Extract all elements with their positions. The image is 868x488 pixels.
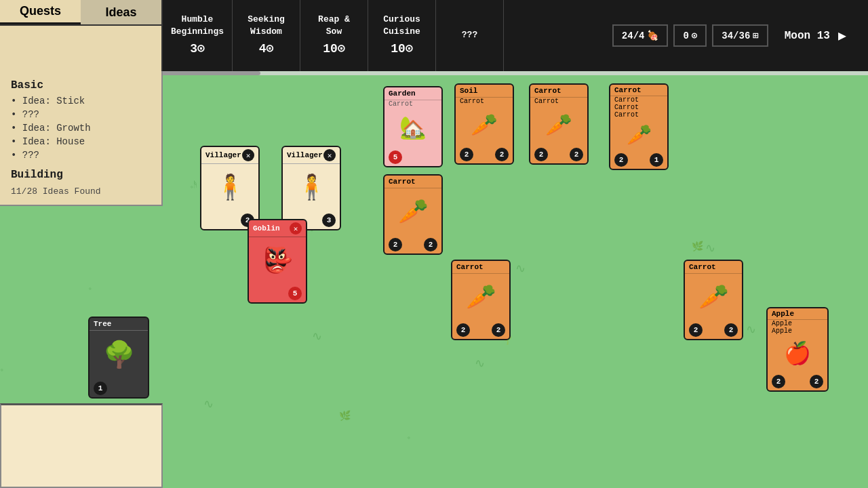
- grass-decoration: 𝆹: [88, 281, 92, 295]
- apple-footer: 2 2: [768, 373, 827, 390]
- carrot-soil-badge-right: 2: [570, 148, 583, 161]
- soil-badge-right: 2: [495, 148, 509, 161]
- carrot-field-badge-right: 2: [424, 238, 437, 251]
- sidebar: Basic • Idea: Stick • ??? • Idea: Growth…: [0, 71, 163, 206]
- carrot-soil-footer: 2 2: [530, 146, 587, 163]
- quest-card-reap[interactable]: Reap &Sow 10: [300, 0, 368, 71]
- grass-decoration: ∿: [312, 329, 322, 344]
- tree-icon: 🌳: [90, 331, 148, 380]
- apple-header-1: Apple: [768, 308, 827, 320]
- sidebar-item-unknown2: • ???: [11, 150, 151, 161]
- next-icon[interactable]: ▶: [838, 27, 846, 44]
- villager2-close: ✕: [323, 149, 336, 161]
- villager1-close: ✕: [242, 149, 254, 161]
- grass-decoration: ∿: [203, 396, 214, 411]
- tree-card[interactable]: Tree 🌳 1: [88, 317, 149, 399]
- garden-badge: 5: [389, 150, 402, 164]
- soil-icon: 🥕: [456, 105, 513, 146]
- goblin-icon: 👺: [249, 237, 306, 285]
- carrot-soil-sub: Carrot: [530, 98, 587, 105]
- carrot-stack-card[interactable]: Carrot Carrot Carrot Carrot 🥕 2 1: [609, 83, 669, 170]
- tree-footer: 1: [90, 380, 148, 397]
- hud-food: 24/4 🍖: [612, 24, 669, 47]
- apple-header-2: Apple: [768, 320, 827, 327]
- carrot-stack-label-4: Carrot: [610, 111, 667, 119]
- sidebar-item-unknown1: • ???: [11, 109, 151, 120]
- quest-card-unknown[interactable]: ???: [436, 0, 504, 71]
- hud-gold: 0 ⊙: [673, 24, 707, 47]
- apple-stack-icon: 🥕: [685, 274, 742, 321]
- carrot-soil-badge-left: 2: [534, 148, 548, 161]
- carrot-single-icon: 🥕: [452, 274, 509, 321]
- tree-header: Tree: [90, 318, 148, 331]
- goblin-card[interactable]: Goblin ✕ 👺 5: [248, 219, 307, 304]
- carrot-stack-icon: 🥕: [610, 119, 667, 151]
- apple-stack-badge-left: 2: [689, 323, 703, 337]
- carrot-stack-label-3: Carrot: [610, 104, 667, 111]
- tab-ideas[interactable]: Ideas: [81, 0, 161, 24]
- carrot-soil-icon: 🥕: [530, 105, 587, 146]
- carrot-field-badge-left: 2: [389, 238, 402, 251]
- quest-tabs: Quests Ideas: [0, 0, 161, 26]
- villager1-icon: 🧍: [201, 164, 258, 211]
- carrot-field-card[interactable]: Carrot 🥕 2 2: [383, 174, 443, 255]
- sidebar-item-house: • Idea: House: [11, 136, 151, 147]
- carrot-stack-badge-right: 1: [650, 153, 663, 167]
- soil-card[interactable]: Soil Carrot 🥕 2 2: [454, 83, 514, 165]
- apple-header-3: Apple: [768, 327, 827, 335]
- top-bar: Quests Ideas HumbleBeginnings 3 SeekingW…: [0, 0, 868, 71]
- villager1-card[interactable]: Villager ✕ 🧍 2: [200, 146, 260, 230]
- quest-card-humble[interactable]: HumbleBeginnings 3: [163, 0, 233, 71]
- grass-decoration: 𝆹: [407, 430, 411, 444]
- bush-decoration: 🌿: [692, 241, 703, 252]
- soil-footer: 2 2: [456, 146, 513, 163]
- apple-stack-header: Carrot: [685, 261, 742, 274]
- carrot-stack-label-1: Carrot: [610, 85, 667, 96]
- grass-decoration: ∿: [705, 241, 715, 256]
- grass-decoration: ∿: [746, 322, 756, 337]
- goblin-badge: 5: [288, 287, 302, 300]
- villager2-icon: 🧍: [283, 164, 340, 211]
- apple-icon: 🍎: [768, 335, 827, 373]
- carrot-single-footer: 2 2: [452, 321, 509, 339]
- sidebar-basic-title: Basic: [11, 79, 151, 92]
- top-cards: HumbleBeginnings 3 SeekingWisdom 4 Reap …: [163, 0, 601, 71]
- carrot-single-badge-right: 2: [492, 323, 505, 337]
- soil-sub: Carrot: [456, 98, 513, 105]
- carrot-soil-card[interactable]: Carrot Carrot 🥕 2 2: [529, 83, 589, 165]
- sidebar-building-title: Building: [11, 169, 151, 181]
- sidebar-ideas-found: 11/28 Ideas Found: [11, 186, 151, 197]
- carrot-stack-badge-left: 2: [614, 153, 628, 167]
- quest-panel: Quests Ideas: [0, 0, 163, 71]
- apple-badge-left: 2: [772, 375, 785, 388]
- grass-decoration: 𝆹: [0, 363, 4, 376]
- tree-badge: 1: [94, 382, 107, 395]
- gold-icon: ⊙: [692, 30, 697, 41]
- apple-stack-card[interactable]: Carrot 🥕 2 2: [684, 260, 743, 340]
- garden-icon: 🏡: [384, 108, 441, 148]
- grass-decoration: ∿: [475, 356, 485, 371]
- villager2-card[interactable]: Villager ✕ 🧍 3: [281, 146, 341, 230]
- carrot-single-card[interactable]: Carrot 🥕 2 2: [451, 260, 511, 340]
- apple-card[interactable]: Apple Apple Apple 🍎 2 2: [766, 307, 829, 392]
- carrot-field-header: Carrot: [384, 176, 441, 188]
- apple-stack-footer: 2 2: [685, 321, 742, 339]
- grass-decoration: 𝆹𝅥𝅯: [190, 180, 194, 193]
- bush-decoration: 🌿: [339, 410, 351, 422]
- soil-badge-left: 2: [460, 148, 473, 161]
- apple-stack-badge-right: 2: [724, 323, 738, 337]
- quest-card-cuisine[interactable]: CuriousCuisine 10: [368, 0, 436, 71]
- apple-badge-right: 2: [810, 375, 823, 388]
- carrot-stack-label-2: Carrot: [610, 96, 667, 104]
- goblin-footer: 5: [249, 285, 306, 302]
- tab-quests[interactable]: Quests: [0, 0, 81, 24]
- garden-card[interactable]: Garden Carrot 🏡 5: [383, 86, 443, 167]
- garden-header: Garden: [384, 87, 441, 100]
- carrot-single-badge-left: 2: [456, 323, 470, 337]
- garden-sub: Carrot: [384, 100, 441, 108]
- cards-icon: ⊞: [753, 30, 758, 41]
- carrot-field-icon: 🥕: [384, 188, 441, 236]
- sidebar-item-stick: • Idea: Stick: [11, 96, 151, 106]
- soil-header: Soil: [456, 85, 513, 98]
- quest-card-wisdom[interactable]: SeekingWisdom 4: [233, 0, 300, 71]
